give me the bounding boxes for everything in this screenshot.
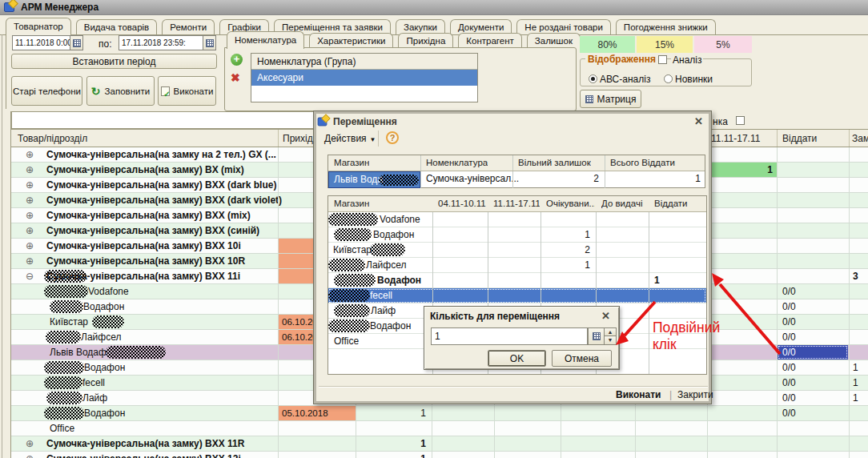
redacted-blob: [334, 274, 376, 287]
filter-tab-1[interactable]: Характеристики: [309, 33, 393, 48]
filter-tab-bar: НоменклатураХарактеристикиПрихіднаКонтра…: [227, 33, 581, 48]
quantity-stepper[interactable]: ▲▼: [605, 327, 617, 345]
help-icon[interactable]: ?: [386, 131, 399, 144]
list-header: Номенклатура (Група): [251, 54, 477, 70]
modal-table-row[interactable]: Водафон1: [328, 273, 706, 288]
expand-icon[interactable]: ⊕: [26, 452, 34, 458]
quantity-dialog: Кількість для переміщення ✕ 1 ▲▼ OK Отме…: [424, 306, 620, 370]
modal-table-row[interactable]: Vodafone: [328, 212, 706, 227]
redacted-blob: [106, 346, 166, 359]
filter-tab-0[interactable]: Номенклатура: [227, 31, 304, 49]
expand-icon[interactable]: ⊕: [26, 193, 34, 207]
modal-table-row[interactable]: Лайфсел1: [328, 258, 706, 273]
annotation-text: Подвійний клік: [653, 319, 720, 353]
modal-summary-table: Магазин Номенклатура Вільний залишок Всь…: [328, 155, 705, 188]
expand-icon[interactable]: ⊕: [26, 223, 34, 238]
product-name: Сумочка-універсальна(на замку) BXX 11R: [46, 436, 244, 451]
quantity-input[interactable]: 1: [431, 327, 588, 345]
ok-button[interactable]: OK: [488, 350, 546, 367]
product-name: fecell: [82, 376, 105, 390]
period-to-label: по:: [98, 38, 112, 50]
modal-execute-button[interactable]: Виконати: [616, 389, 661, 400]
main-tab-0[interactable]: Товарнатор: [6, 18, 71, 35]
table-row[interactable]: Водафон05.10.201810/0: [11, 406, 868, 421]
shop-cell: Львів Вода: [328, 171, 420, 188]
main-tab-2[interactable]: Ремонти: [162, 19, 215, 34]
modal-table-row[interactable]: fecell: [328, 288, 706, 303]
expand-icon[interactable]: ⊕: [26, 208, 34, 223]
modal-summary-row[interactable]: Львів Вода Сумочка-універсал... 2 1: [328, 171, 705, 188]
product-name: Сумочка-універсальна(на замку) BXX (mix): [46, 208, 251, 223]
product-name: Водафон: [83, 299, 124, 314]
redacted-blob: [92, 315, 124, 328]
fill-button[interactable]: ↻Заповнити: [86, 76, 155, 106]
matrix-button[interactable]: Матриця: [580, 90, 641, 108]
window-title: АРМ Менеджера: [21, 2, 98, 13]
date-to-field[interactable]: 17.11.2018 23:59:: [119, 35, 216, 50]
expand-icon[interactable]: ⊕: [26, 147, 34, 162]
filter-tab-4[interactable]: Залишок: [527, 33, 581, 48]
redacted-blob: [46, 331, 81, 344]
date-from-field[interactable]: 11.11.2018 0:00:(: [12, 35, 83, 50]
dialog-close-icon[interactable]: ✕: [601, 311, 610, 321]
calendar-icon[interactable]: [203, 36, 215, 50]
filter-tab-3[interactable]: Контрагент: [458, 33, 521, 48]
product-name: Львів Водаф: [50, 345, 106, 360]
partial-checkbox-label: нка: [713, 116, 728, 127]
calc-button[interactable]: [588, 327, 605, 345]
expand-icon[interactable]: ⊕: [26, 436, 34, 451]
redacted-blob: [334, 228, 372, 241]
cancel-button[interactable]: Отмена: [552, 350, 612, 367]
execute-button[interactable]: Виконати: [158, 76, 216, 106]
redacted-blob: [44, 376, 82, 389]
partial-checkbox[interactable]: [736, 116, 745, 125]
nomenclature-list: Номенклатура (Група) Аксесуари: [251, 53, 478, 102]
modal-title: Переміщення: [333, 116, 397, 127]
modal-close-button[interactable]: Закрити: [677, 389, 713, 400]
old-phones-button[interactable]: Старі телефони: [11, 76, 82, 106]
expand-icon[interactable]: ⊕: [26, 239, 34, 253]
table-row[interactable]: ⊕Сумочка-універсальна(на замку) BXX 12i1: [11, 452, 868, 458]
new-radio[interactable]: [664, 74, 673, 83]
abc-radio[interactable]: [589, 74, 597, 83]
expand-icon[interactable]: ⊕: [26, 254, 34, 268]
redacted-blob: [44, 407, 84, 420]
selected-cell[interactable]: 0/0: [778, 345, 848, 360]
table-row[interactable]: ⊕Сумочка-універсальна(на замку) BXX 11R1: [11, 436, 868, 452]
product-name: Сумочка-універсальна(на замку) BXX (сині…: [46, 223, 259, 238]
abc-cell-5%: 5%: [694, 36, 752, 53]
redacted-blob: [328, 319, 370, 332]
product-name: Сумочка-універсальна(на замку) BXX (dark…: [46, 193, 282, 207]
product-name: Сумочка-універсальна(на замку) BXX 10i: [46, 239, 241, 253]
modal-close-icon[interactable]: ✕: [694, 116, 703, 127]
product-name: Office: [50, 421, 74, 436]
clipboard-icon: [161, 86, 170, 96]
modal-table-row[interactable]: Водафон1: [328, 227, 706, 243]
dialog-title: Кількість для переміщення: [430, 311, 560, 322]
modal-menu-actions[interactable]: Действия▼: [324, 133, 376, 144]
main-tab-1[interactable]: Видача товарів: [76, 19, 158, 34]
modal-icon: [318, 117, 328, 126]
calendar-icon[interactable]: [70, 36, 82, 50]
expand-icon[interactable]: ⊕: [26, 163, 34, 177]
analysis-label: Аналіз: [671, 54, 703, 66]
filter-tab-2[interactable]: Прихідна: [398, 33, 453, 48]
analysis-checkbox[interactable]: [658, 55, 667, 64]
add-icon[interactable]: +: [231, 54, 243, 66]
list-item-selected[interactable]: Аксесуари: [251, 70, 477, 86]
abc-cell-80%: 80%: [580, 36, 635, 53]
modal-table-row[interactable]: Київстар2: [328, 243, 706, 258]
collapse-icon[interactable]: ⊖: [26, 269, 34, 283]
refresh-icon: ↻: [91, 85, 101, 98]
table-row[interactable]: Office: [11, 421, 868, 436]
redacted-blob: [44, 361, 84, 374]
expand-icon[interactable]: ⊕: [26, 178, 34, 192]
delete-icon[interactable]: ✖: [231, 71, 240, 84]
modal-titlebar[interactable]: Переміщення ✕: [317, 114, 708, 128]
col-viddaty: Віддати: [782, 133, 817, 144]
main-tab-8[interactable]: Погодження знижки: [616, 19, 716, 34]
product-name: Vodafone: [88, 284, 129, 299]
new-radio-label: Новинки: [675, 74, 713, 85]
product-name: Сумочка-універсальна(на замку) BXX (dark…: [46, 178, 276, 192]
set-period-button[interactable]: Встановити період: [11, 54, 217, 69]
